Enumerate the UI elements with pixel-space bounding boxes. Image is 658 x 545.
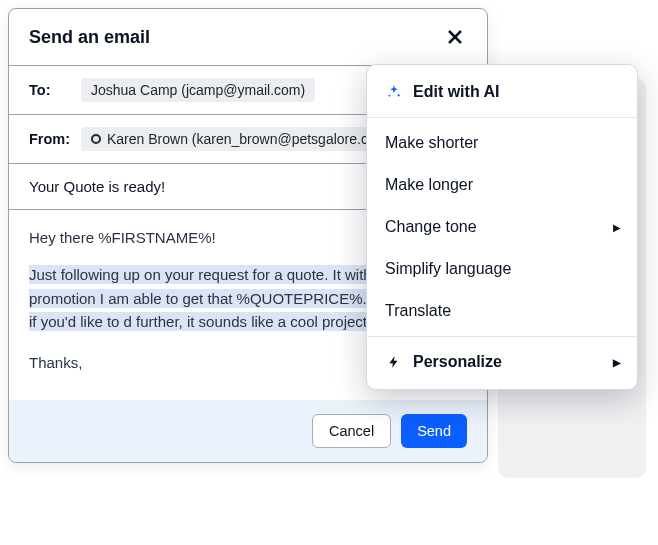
menu-separator <box>367 117 637 118</box>
menu-simplify-language[interactable]: Simplify language <box>367 248 637 290</box>
menu-item-label: Change tone <box>385 218 477 236</box>
cancel-button[interactable]: Cancel <box>312 414 391 448</box>
bolt-icon <box>385 355 403 369</box>
from-value: Karen Brown (karen_brown@petsgalore.co <box>107 131 376 147</box>
menu-make-longer[interactable]: Make longer <box>367 164 637 206</box>
sparkle-icon <box>385 84 403 100</box>
menu-personalize-label: Personalize <box>413 353 502 371</box>
to-recipient-chip[interactable]: Joshua Camp (jcamp@ymail.com) <box>81 78 315 102</box>
dialog-footer: Cancel Send <box>9 400 487 462</box>
chevron-right-icon: ▶ <box>613 222 621 233</box>
menu-item-label: Make shorter <box>385 134 478 152</box>
avatar-icon <box>91 134 101 144</box>
menu-separator <box>367 336 637 337</box>
chevron-right-icon: ▶ <box>613 357 621 368</box>
menu-item-label: Make longer <box>385 176 473 194</box>
menu-edit-with-ai[interactable]: Edit with AI <box>367 71 637 113</box>
menu-item-label: Simplify language <box>385 260 511 278</box>
ai-context-menu: Edit with AI Make shorter Make longer Ch… <box>366 64 638 390</box>
from-sender-chip[interactable]: Karen Brown (karen_brown@petsgalore.co <box>81 127 386 151</box>
from-label: From: <box>29 131 71 147</box>
menu-personalize[interactable]: Personalize ▶ <box>367 341 637 383</box>
menu-make-shorter[interactable]: Make shorter <box>367 122 637 164</box>
menu-item-label: Translate <box>385 302 451 320</box>
menu-header-label: Edit with AI <box>413 83 500 101</box>
menu-change-tone[interactable]: Change tone ▶ <box>367 206 637 248</box>
close-button[interactable] <box>443 25 467 49</box>
to-label: To: <box>29 82 71 98</box>
send-button[interactable]: Send <box>401 414 467 448</box>
dialog-title: Send an email <box>29 27 150 48</box>
dialog-header: Send an email <box>9 9 487 66</box>
close-icon <box>446 28 464 46</box>
menu-translate[interactable]: Translate <box>367 290 637 332</box>
